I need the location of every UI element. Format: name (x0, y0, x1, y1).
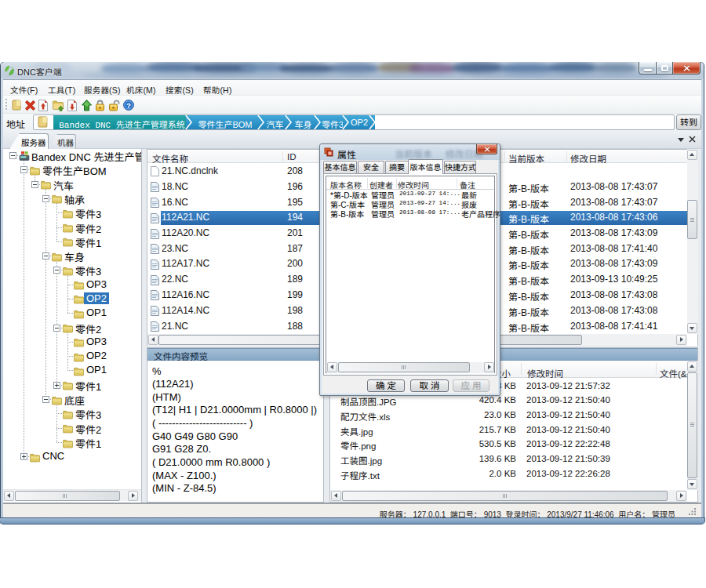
svg-text:?: ? (126, 101, 131, 110)
